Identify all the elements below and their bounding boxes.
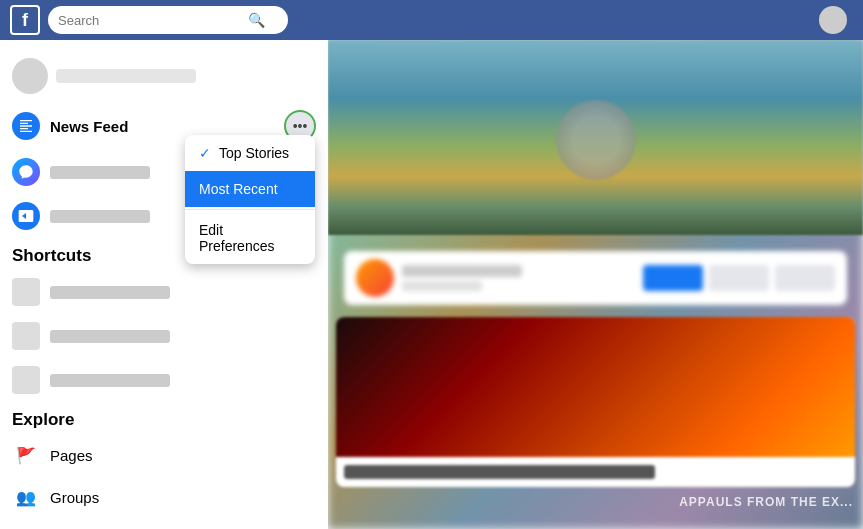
game-image [328,40,863,235]
profile-card-text-1 [402,265,635,291]
action-btn-primary [643,265,703,291]
shortcut-item-1[interactable] [0,270,328,314]
dropdown-divider [185,209,315,210]
shortcut-label-1 [50,286,170,299]
most-recent-label: Most Recent [199,181,278,197]
shortcut-icon-1 [12,278,40,306]
shortcut-item-3[interactable] [0,358,328,402]
avatar [12,58,48,94]
profile-name-1 [402,265,522,277]
main-container: News Feed ••• Shortcuts [0,40,863,529]
profile-card-actions [643,265,835,291]
top-stories-label: Top Stories [219,145,289,161]
game-card-image [336,317,855,457]
dropdown-item-most-recent[interactable]: Most Recent [185,171,315,207]
watch-icon [12,202,40,230]
profile-sub-1 [402,281,482,291]
action-btn-secondary [709,265,769,291]
watermark: APPAULS FROM THE EX... [679,495,853,509]
action-btn-tertiary [775,265,835,291]
sidebar-item-groups[interactable]: 👥 Groups [0,476,328,518]
user-profile[interactable] [0,50,328,102]
news-feed-label: News Feed [50,118,128,135]
pages-label: Pages [50,447,93,464]
dropdown-item-edit-preferences[interactable]: Edit Preferences [185,212,315,264]
news-feed-icon [12,112,40,140]
search-bar[interactable]: 🔍 [48,6,288,34]
dropdown-item-top-stories[interactable]: ✓ Top Stories [185,135,315,171]
groups-label: Groups [50,489,99,506]
groups-icon: 👥 [12,483,40,511]
search-icon: 🔍 [248,12,265,28]
nav-avatar [819,6,847,34]
messenger-label [50,166,150,179]
shortcut-icon-2 [12,322,40,350]
sidebar-item-events[interactable]: 📅 Events [0,518,328,529]
facebook-logo: f [10,5,40,35]
game-card-title [344,465,655,479]
top-navigation: f 🔍 [0,0,863,40]
content-area: APPAULS FROM THE EX... [328,40,863,529]
more-options-icon: ••• [293,118,308,134]
pages-icon: 🚩 [12,441,40,469]
left-sidebar: News Feed ••• Shortcuts [0,40,328,529]
shortcut-icon-3 [12,366,40,394]
user-name [56,69,196,83]
messenger-icon [12,158,40,186]
check-icon: ✓ [199,145,211,161]
profile-avatar-1 [356,259,394,297]
profile-card-1 [344,251,847,305]
events-icon: 📅 [12,525,40,529]
profile-cards-row [328,243,863,313]
news-feed-dropdown: ✓ Top Stories Most Recent Edit Preferenc… [185,135,315,264]
game-card [336,317,855,487]
explore-section-label: Explore [0,402,328,434]
watch-label [50,210,150,223]
sidebar-item-pages[interactable]: 🚩 Pages [0,434,328,476]
content-overlay [328,40,863,529]
shortcut-item-2[interactable] [0,314,328,358]
shortcut-label-3 [50,374,170,387]
edit-preferences-label: Edit Preferences [199,222,274,254]
nav-right [819,6,853,34]
shortcut-label-2 [50,330,170,343]
search-input[interactable] [58,13,248,28]
